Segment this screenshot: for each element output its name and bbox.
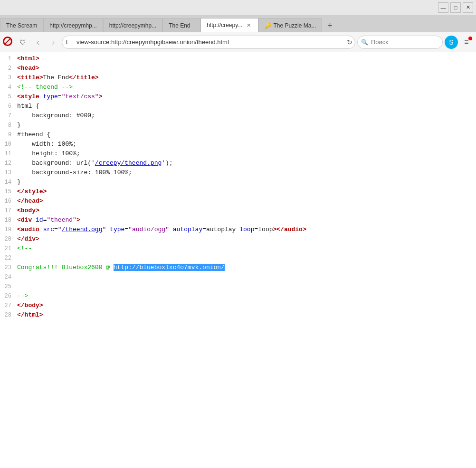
line-content: </head>: [17, 197, 476, 206]
browser-window: — □ ✕ The Scream http://creepymhp... htt…: [0, 0, 476, 468]
no-entry-icon[interactable]: [3, 37, 14, 48]
line-content: width: 100%;: [17, 140, 476, 149]
line-content: background-size: 100% 100%;: [17, 168, 476, 177]
line-number: 28: [0, 311, 17, 319]
line-content: background: url('/creepy/theend.png');: [17, 159, 476, 168]
menu-button[interactable]: ≡: [460, 36, 473, 49]
tab-the-end[interactable]: The End: [162, 18, 200, 32]
tab-label: http://creepymhp...: [109, 22, 156, 29]
line-number: 1: [0, 55, 17, 63]
line-number: 27: [0, 301, 17, 310]
code-line-19: 19 <audio src="/theend.ogg" type="audio/…: [0, 225, 476, 234]
line-number: 23: [0, 263, 17, 272]
shield-button[interactable]: 🛡: [16, 36, 29, 49]
line-number: 8: [0, 121, 17, 130]
line-number: 11: [0, 150, 17, 158]
code-line-21: 21 <!--: [0, 244, 476, 253]
source-code-view: 1 <html> 2 <head> 3 <title>The End</titl…: [0, 52, 476, 468]
minimize-button[interactable]: —: [438, 2, 448, 13]
forward-button[interactable]: ›: [47, 36, 60, 49]
refresh-button[interactable]: ↻: [347, 38, 352, 46]
search-wrap: 🔍: [357, 36, 443, 49]
line-content: <body>: [17, 206, 476, 215]
code-line-15: 15 </style>: [0, 187, 476, 197]
code-line-16: 16 </head>: [0, 197, 476, 206]
line-content: <head>: [17, 64, 476, 73]
new-tab-button[interactable]: +: [323, 19, 336, 32]
line-content: <!-- theend -->: [17, 83, 476, 92]
line-number: 14: [0, 178, 17, 187]
line-number: 6: [0, 102, 17, 111]
line-number: 4: [0, 83, 17, 92]
menu-badge: [468, 37, 472, 40]
line-number: 20: [0, 235, 17, 243]
line-number: 17: [0, 206, 17, 215]
line-number: 13: [0, 168, 17, 177]
code-line-18: 18 <div id="theend">: [0, 215, 476, 225]
toolbar: 🛡 ‹ › ℹ ↻ 🔍 S ≡: [0, 32, 476, 52]
line-content: background: #000;: [17, 112, 476, 120]
line-content: }: [17, 121, 476, 130]
search-input[interactable]: [357, 36, 443, 49]
address-bar-wrap: ℹ ↻: [62, 36, 355, 49]
tab-puzzle[interactable]: 🔑 The Puzzle Ma...: [258, 18, 322, 32]
line-number: 3: [0, 74, 17, 82]
tab-label: The End: [169, 22, 190, 29]
code-line-5: 5 <style type="text/css">: [0, 92, 476, 102]
line-content: -->: [17, 292, 476, 300]
line-content: <!--: [17, 244, 476, 253]
maximize-button[interactable]: □: [450, 2, 461, 13]
code-line-10: 10 width: 100%;: [0, 140, 476, 149]
code-line-27: 27 </body>: [0, 301, 476, 310]
line-content: </style>: [17, 187, 476, 196]
code-line-23: 23 Congrats!!! Bluebox2600 @ http://blue…: [0, 263, 476, 272]
line-number: 10: [0, 140, 17, 149]
code-line-25: 25: [0, 282, 476, 291]
tab-close-button[interactable]: ✕: [245, 22, 252, 29]
tab-label: The Scream: [6, 22, 37, 29]
code-line-12: 12 background: url('/creepy/theend.png')…: [0, 159, 476, 168]
code-line-1: 1 <html>: [0, 54, 476, 64]
code-line-6: 6 html {: [0, 102, 476, 111]
line-number: 2: [0, 64, 17, 73]
close-button[interactable]: ✕: [463, 2, 473, 13]
line-content: <audio src="/theend.ogg" type="audio/ogg…: [17, 225, 476, 234]
line-content: <div id="theend">: [17, 216, 476, 225]
code-line-22: 22: [0, 253, 476, 263]
code-line-4: 4 <!-- theend -->: [0, 83, 476, 92]
address-input[interactable]: [62, 36, 355, 49]
search-icon: 🔍: [361, 39, 368, 46]
line-content: }: [17, 178, 476, 187]
line-content: height: 100%;: [17, 150, 476, 158]
tab-bar: The Scream http://creepymhp... http://cr…: [0, 15, 476, 32]
info-icon[interactable]: ℹ: [66, 39, 68, 46]
tab-creepy-1[interactable]: http://creepymhp...: [43, 18, 103, 32]
tab-the-scream[interactable]: The Scream: [0, 18, 43, 32]
tab-creepy-active[interactable]: http://creepy... ✕: [200, 18, 258, 32]
tab-creepy-2[interactable]: http://creepymhp...: [103, 18, 162, 32]
code-line-7: 7 background: #000;: [0, 111, 476, 121]
line-number: 12: [0, 159, 17, 168]
code-line-2: 2 <head>: [0, 64, 476, 73]
tab-label: http://creepy...: [207, 22, 242, 28]
skype-icon: S: [449, 38, 453, 46]
skype-button[interactable]: S: [445, 36, 458, 49]
line-content: <html>: [17, 55, 476, 63]
line-content: <style type="text/css">: [17, 93, 476, 101]
line-number: 22: [0, 254, 17, 262]
line-number: 19: [0, 225, 17, 234]
tab-label: 🔑 The Puzzle Ma...: [265, 22, 316, 29]
line-number: 21: [0, 244, 17, 253]
back-button[interactable]: ‹: [31, 36, 45, 49]
code-line-8: 8 }: [0, 121, 476, 130]
line-content: </div>: [17, 235, 476, 243]
line-number: 18: [0, 216, 17, 225]
line-content: Congrats!!! Bluebox2600 @ http://bluebox…: [17, 263, 476, 272]
line-content: html {: [17, 102, 476, 111]
code-line-3: 3 <title>The End</title>: [0, 73, 476, 83]
code-line-20: 20 </div>: [0, 234, 476, 244]
tab-label: http://creepymhp...: [49, 22, 96, 29]
line-content: </html>: [17, 311, 476, 319]
code-line-11: 11 height: 100%;: [0, 149, 476, 159]
line-number: 9: [0, 131, 17, 139]
